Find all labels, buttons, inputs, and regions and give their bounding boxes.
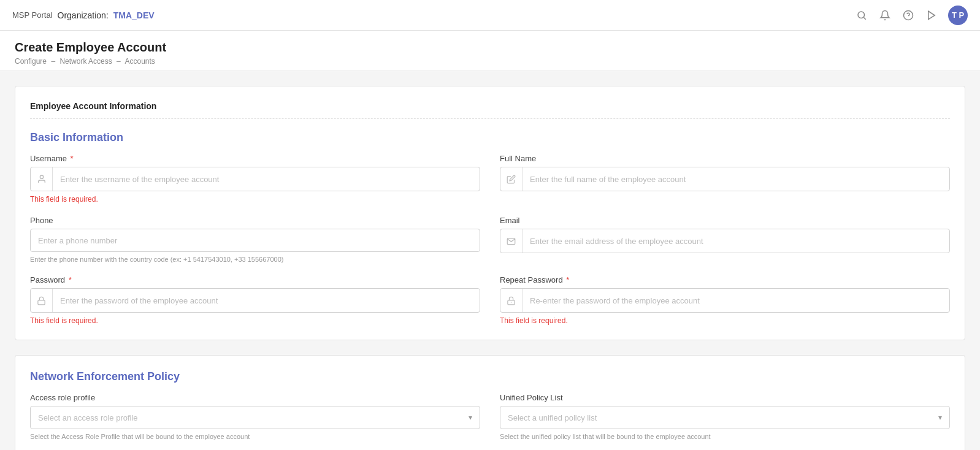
msp-portal-link[interactable]: MSP Portal bbox=[12, 10, 53, 20]
email-label: Email bbox=[500, 216, 950, 225]
unified-policy-select[interactable]: Select a unified policy list ▾ bbox=[500, 406, 950, 429]
breadcrumb: Configure – Network Access – Accounts bbox=[15, 57, 965, 66]
password-group: Password * This field is required. bbox=[30, 275, 480, 325]
unified-policy-hint: Select the unified policy list that will… bbox=[500, 433, 950, 440]
password-error: This field is required. bbox=[30, 316, 480, 325]
repeat-password-lock-icon bbox=[500, 289, 523, 312]
fullname-pencil-icon bbox=[500, 167, 523, 191]
username-error: This field is required. bbox=[30, 195, 480, 204]
topnav: MSP Portal Organization: TMA_DEV T P bbox=[0, 0, 980, 31]
unified-policy-group: Unified Policy List Select a unified pol… bbox=[500, 393, 950, 440]
breadcrumb-accounts[interactable]: Accounts bbox=[124, 57, 155, 66]
topnav-left: MSP Portal Organization: TMA_DEV bbox=[12, 10, 855, 20]
repeat-password-group: Repeat Password * This field is required… bbox=[500, 275, 950, 325]
username-input[interactable] bbox=[53, 167, 480, 191]
access-role-select[interactable]: Select an access role profile ▾ bbox=[30, 406, 480, 429]
access-role-chevron-down-icon: ▾ bbox=[469, 413, 472, 422]
main-content: Employee Account Information Basic Infor… bbox=[0, 71, 980, 450]
page-header: Create Employee Account Configure – Netw… bbox=[0, 31, 980, 71]
email-input-wrapper bbox=[500, 229, 950, 253]
access-role-placeholder: Select an access role profile bbox=[38, 413, 469, 422]
username-user-icon bbox=[31, 167, 53, 191]
svg-point-0 bbox=[858, 12, 865, 18]
network-enforcement-title: Network Enforcement Policy bbox=[30, 370, 950, 383]
repeat-password-input[interactable] bbox=[523, 289, 949, 312]
topnav-right: T P bbox=[855, 6, 968, 25]
username-label: Username * bbox=[30, 154, 480, 163]
page-title: Create Employee Account bbox=[15, 40, 965, 55]
access-role-group: Access role profile Select an access rol… bbox=[30, 393, 480, 440]
fullname-label: Full Name bbox=[500, 154, 950, 163]
help-icon[interactable] bbox=[902, 9, 915, 22]
password-input-wrapper bbox=[30, 288, 480, 313]
password-label: Password * bbox=[30, 275, 480, 284]
phone-label: Phone bbox=[30, 216, 480, 225]
phone-hint: Enter the phone number with the country … bbox=[30, 256, 480, 263]
fullname-input[interactable] bbox=[523, 167, 949, 191]
username-input-wrapper bbox=[30, 167, 480, 191]
email-input[interactable] bbox=[523, 229, 949, 253]
basic-info-form: Username * This field is required. Full … bbox=[30, 154, 950, 325]
employee-info-header: Employee Account Information bbox=[30, 101, 950, 119]
bell-icon[interactable] bbox=[878, 9, 892, 22]
unified-policy-placeholder: Select a unified policy list bbox=[508, 413, 938, 422]
org-label: Organization: TMA_DEV bbox=[58, 10, 155, 20]
play-icon[interactable] bbox=[925, 9, 938, 22]
username-group: Username * This field is required. bbox=[30, 154, 480, 204]
svg-rect-6 bbox=[38, 300, 45, 304]
email-icon bbox=[500, 229, 523, 253]
repeat-password-error: This field is required. bbox=[500, 316, 950, 325]
repeat-password-input-wrapper bbox=[500, 288, 950, 313]
fullname-group: Full Name bbox=[500, 154, 950, 204]
email-group: Email bbox=[500, 216, 950, 263]
search-icon[interactable] bbox=[855, 9, 868, 22]
repeat-password-label: Repeat Password * bbox=[500, 275, 950, 284]
svg-line-1 bbox=[863, 17, 865, 19]
password-input[interactable] bbox=[53, 289, 480, 312]
unified-policy-chevron-down-icon: ▾ bbox=[938, 413, 942, 422]
network-enforcement-form: Access role profile Select an access rol… bbox=[30, 393, 950, 440]
svg-point-5 bbox=[40, 175, 43, 178]
basic-info-title: Basic Information bbox=[30, 131, 950, 144]
password-lock-icon bbox=[31, 289, 53, 312]
fullname-input-wrapper bbox=[500, 167, 950, 191]
employee-info-card: Employee Account Information Basic Infor… bbox=[15, 86, 965, 340]
phone-input[interactable] bbox=[30, 229, 480, 252]
access-role-hint: Select the Access Role Profile that will… bbox=[30, 433, 480, 440]
phone-group: Phone Enter the phone number with the co… bbox=[30, 216, 480, 263]
avatar[interactable]: T P bbox=[948, 6, 968, 25]
breadcrumb-configure[interactable]: Configure bbox=[15, 57, 47, 66]
network-enforcement-card: Network Enforcement Policy Access role p… bbox=[15, 355, 965, 450]
svg-marker-4 bbox=[928, 11, 935, 20]
org-name: TMA_DEV bbox=[113, 10, 155, 20]
breadcrumb-network-access[interactable]: Network Access bbox=[59, 57, 112, 66]
unified-policy-label: Unified Policy List bbox=[500, 393, 950, 402]
access-role-label: Access role profile bbox=[30, 393, 480, 402]
